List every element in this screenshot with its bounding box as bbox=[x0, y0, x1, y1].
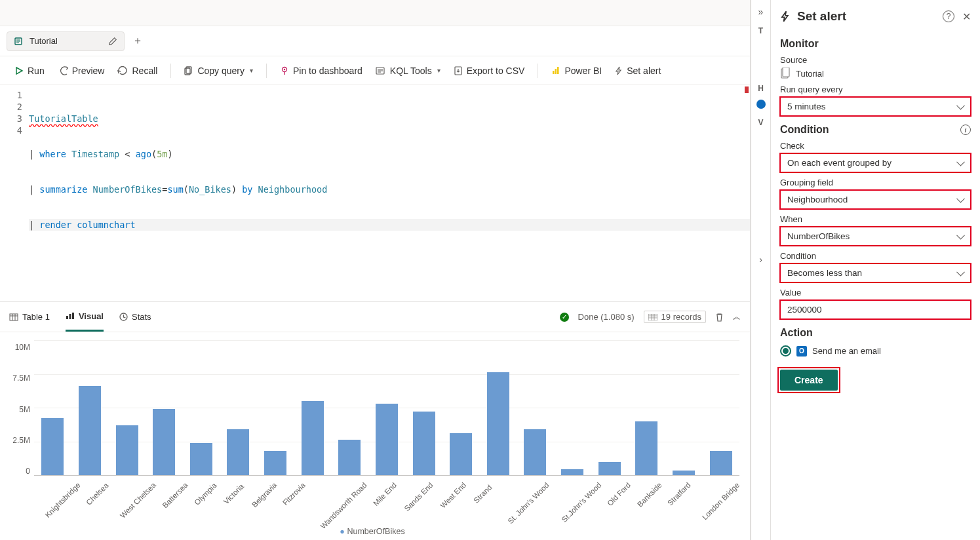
bar-8[interactable] bbox=[331, 340, 368, 475]
set-alert-label: Set alert bbox=[627, 66, 661, 76]
info-icon[interactable]: i bbox=[960, 125, 971, 135]
set-alert-panel: Set alert ? ✕ Monitor Source Tutorial Ru… bbox=[770, 0, 980, 540]
bar-3[interactable] bbox=[146, 340, 183, 475]
kql-label: KQL Tools bbox=[390, 66, 432, 76]
collapse-icon[interactable]: ︽ bbox=[733, 311, 741, 322]
monitor-heading: Monitor bbox=[780, 38, 971, 50]
copy-query-button[interactable]: Copy query ▾ bbox=[179, 62, 258, 80]
chart-icon bbox=[66, 312, 75, 320]
copy-icon bbox=[184, 66, 193, 75]
query-tab-tutorial[interactable]: Tutorial bbox=[7, 31, 125, 51]
query-tabs-row: Tutorial ＋ bbox=[0, 26, 750, 56]
check-label: Check bbox=[780, 141, 971, 151]
bar-5[interactable] bbox=[220, 340, 257, 475]
power-bi-button[interactable]: Power BI bbox=[546, 62, 607, 80]
outlook-icon: O bbox=[796, 346, 807, 357]
copy-query-label: Copy query bbox=[197, 66, 245, 76]
set-alert-button[interactable]: Set alert bbox=[610, 62, 666, 80]
bolt-icon bbox=[780, 10, 791, 22]
chevron-down-icon: ▾ bbox=[437, 67, 441, 74]
bar-12[interactable] bbox=[480, 340, 517, 475]
bar-15[interactable] bbox=[591, 340, 628, 475]
bar-16[interactable] bbox=[628, 340, 665, 475]
peek-dot bbox=[756, 100, 766, 109]
chevron-right-icon: › bbox=[759, 254, 762, 265]
close-icon[interactable]: ✕ bbox=[962, 10, 971, 23]
value-label: Value bbox=[780, 288, 971, 298]
line-gutter: 1 2 3 4 bbox=[0, 85, 29, 301]
code-content: TutorialTable | where Timestamp < ago(5m… bbox=[29, 85, 750, 301]
stats-icon bbox=[119, 313, 128, 321]
cond-select[interactable]: Becomes less than bbox=[780, 263, 971, 282]
pin-icon bbox=[280, 66, 289, 75]
results-tab-visual[interactable]: Visual bbox=[66, 302, 104, 332]
action-email-label: Send me an email bbox=[812, 346, 881, 356]
code-editor[interactable]: 1 2 3 4 TutorialTable | where Timestamp … bbox=[0, 85, 750, 301]
add-tab-button[interactable]: ＋ bbox=[132, 34, 143, 48]
chart-container: 10M 7.5M 5M 2.5M 0 KnightsbridgeChelseaW… bbox=[0, 332, 750, 540]
svg-rect-7 bbox=[553, 71, 555, 74]
results-tab-stats[interactable]: Stats bbox=[119, 302, 151, 332]
bar-7[interactable] bbox=[294, 340, 331, 475]
bar-14[interactable] bbox=[554, 340, 591, 475]
query-toolbar: Run Preview Recall Copy query ▾ Pin to d… bbox=[0, 56, 750, 85]
peek-v: V bbox=[758, 118, 763, 127]
bar-2[interactable] bbox=[108, 340, 146, 475]
grouping-select[interactable]: Neighbourhood bbox=[780, 190, 971, 209]
radio-selected-icon bbox=[780, 345, 791, 357]
preview-button[interactable]: Preview bbox=[52, 62, 110, 80]
bar-0[interactable] bbox=[34, 340, 71, 475]
peek-t: T bbox=[758, 26, 763, 35]
chevron-down-icon: ▾ bbox=[250, 67, 253, 74]
source-label: Source bbox=[780, 55, 971, 65]
preview-icon bbox=[58, 66, 68, 75]
when-label: When bbox=[780, 214, 971, 224]
bar-6[interactable] bbox=[257, 340, 294, 475]
when-select[interactable]: NumberOfBikes bbox=[780, 227, 971, 246]
queryset-icon bbox=[14, 36, 24, 47]
editor-minimap bbox=[743, 85, 750, 301]
source-value: Tutorial bbox=[796, 69, 824, 79]
main-area: Tutorial ＋ Run Preview Recall Copy query… bbox=[0, 0, 751, 540]
run-button[interactable]: Run bbox=[9, 62, 50, 80]
bar-10[interactable] bbox=[405, 340, 442, 475]
delete-icon[interactable] bbox=[715, 313, 724, 322]
svg-point-4 bbox=[284, 68, 285, 69]
y-axis: 10M 7.5M 5M 2.5M 0 bbox=[5, 340, 34, 476]
expand-panel-icon[interactable]: » bbox=[758, 7, 764, 17]
create-button[interactable]: Create bbox=[780, 370, 838, 391]
bar-17[interactable] bbox=[665, 340, 703, 475]
run-every-label: Run query every bbox=[780, 85, 971, 94]
export-csv-button[interactable]: Export to CSV bbox=[448, 62, 530, 80]
results-tab-table[interactable]: Table 1 bbox=[9, 302, 50, 332]
recall-button[interactable]: Recall bbox=[112, 62, 163, 80]
svg-rect-15 bbox=[648, 314, 657, 320]
rename-icon[interactable] bbox=[108, 37, 117, 46]
value-input[interactable]: 2500000 bbox=[780, 300, 971, 319]
run-every-select[interactable]: 5 minutes bbox=[780, 97, 971, 116]
bar-13[interactable] bbox=[517, 340, 554, 475]
tab-label: Tutorial bbox=[29, 36, 58, 46]
kql-tools-button[interactable]: KQL Tools ▾ bbox=[370, 62, 446, 80]
help-icon[interactable]: ? bbox=[943, 10, 954, 23]
bar-9[interactable] bbox=[368, 340, 406, 475]
powerbi-icon bbox=[551, 66, 560, 75]
recall-icon bbox=[117, 66, 128, 75]
pin-dashboard-button[interactable]: Pin to dashboard bbox=[275, 62, 368, 80]
bar-1[interactable] bbox=[71, 340, 109, 475]
document-icon bbox=[780, 68, 791, 79]
table-icon bbox=[9, 313, 18, 321]
panel-title: Set alert bbox=[797, 9, 846, 24]
records-badge: 19 records bbox=[644, 311, 706, 323]
run-label: Run bbox=[28, 66, 45, 76]
bar-4[interactable] bbox=[183, 340, 220, 475]
check-select[interactable]: On each event grouped by bbox=[780, 153, 971, 172]
bar-11[interactable] bbox=[442, 340, 480, 475]
action-email-radio[interactable]: O Send me an email bbox=[780, 345, 971, 357]
bar-18[interactable] bbox=[702, 340, 739, 475]
grouping-label: Grouping field bbox=[780, 178, 971, 187]
kql-icon bbox=[376, 66, 386, 75]
source-value-row: Tutorial bbox=[780, 68, 971, 79]
pin-label: Pin to dashboard bbox=[293, 66, 363, 76]
peek-h: H bbox=[758, 84, 764, 93]
